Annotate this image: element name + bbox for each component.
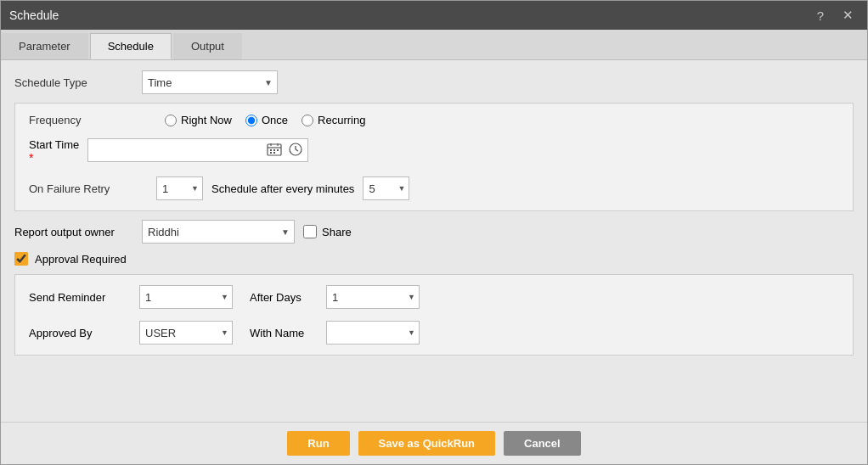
calendar-icon[interactable] <box>265 142 284 160</box>
start-time-input[interactable] <box>92 144 262 157</box>
after-days-select-wrapper: 1 2 3 5 7 10 <box>326 285 420 309</box>
retry-count-select-wrapper: 1 2 3 4 5 <box>156 176 203 200</box>
svg-rect-5 <box>273 149 275 151</box>
approval-section: Send Reminder 1 2 3 4 5 After Days 1 2 <box>14 274 854 356</box>
radio-right-now[interactable] <box>165 115 177 126</box>
frequency-radio-group: Right Now Once Recurring <box>165 114 365 126</box>
frequency-once[interactable]: Once <box>245 114 288 126</box>
tab-schedule[interactable]: Schedule <box>90 33 172 59</box>
frequency-right-now[interactable]: Right Now <box>165 114 232 126</box>
failure-retry-label: On Failure Retry <box>29 182 148 195</box>
approved-by-label: Approved By <box>29 327 131 339</box>
svg-rect-8 <box>273 152 275 154</box>
frequency-recurring[interactable]: Recurring <box>302 114 365 126</box>
reminder-select-wrapper: 1 2 3 4 5 <box>139 285 233 309</box>
tab-output[interactable]: Output <box>173 33 242 59</box>
minutes-select[interactable]: 5 1 2 3 10 15 30 <box>363 176 409 200</box>
schedule-type-label: Schedule Type <box>14 76 133 89</box>
schedule-dialog: Schedule ? ✕ Parameter Schedule Output S… <box>0 0 868 465</box>
with-name-label: With Name <box>250 327 318 339</box>
start-time-row: Start Time * <box>29 138 839 165</box>
with-name-select[interactable]: Admin Manager <box>326 321 420 345</box>
title-bar-controls: ? ✕ <box>812 6 859 25</box>
tab-bar: Parameter Schedule Output <box>1 30 867 60</box>
radio-once[interactable] <box>245 115 257 126</box>
title-bar: Schedule ? ✕ <box>1 1 867 30</box>
approval-required-checkbox[interactable] <box>14 252 28 266</box>
close-button[interactable]: ✕ <box>837 6 859 25</box>
approved-by-row: Approved By USER ROLE GROUP With Name Ad… <box>29 321 839 345</box>
save-quickrun-button[interactable]: Save as QuickRun <box>358 431 495 456</box>
schedule-type-select-wrapper: Time Event Cron <box>142 70 278 94</box>
share-label: Share <box>322 226 352 238</box>
svg-rect-4 <box>270 149 272 151</box>
datetime-input-wrapper <box>87 138 308 162</box>
cancel-button[interactable]: Cancel <box>504 431 581 456</box>
share-row: Share <box>303 225 352 238</box>
schedule-type-row: Schedule Type Time Event Cron <box>14 70 854 94</box>
frequency-row: Frequency Right Now Once Recurring <box>29 114 839 126</box>
minutes-select-wrapper: 5 1 2 3 10 15 30 <box>363 176 409 200</box>
schedule-section: Frequency Right Now Once Recurring <box>14 103 854 211</box>
dialog-title: Schedule <box>9 8 59 22</box>
approved-by-select-wrapper: USER ROLE GROUP <box>139 321 233 345</box>
frequency-label: Frequency <box>29 114 148 126</box>
approval-required-label: Approval Required <box>35 253 127 266</box>
start-time-label: Start Time <box>29 138 79 151</box>
footer: Run Save as QuickRun Cancel <box>1 422 867 464</box>
report-owner-select-wrapper: Riddhi Admin User1 <box>142 220 295 244</box>
radio-recurring[interactable] <box>302 115 313 126</box>
report-owner-row: Report output owner Riddhi Admin User1 S… <box>14 220 854 244</box>
run-button[interactable]: Run <box>287 431 349 456</box>
approved-by-select[interactable]: USER ROLE GROUP <box>139 321 233 345</box>
svg-rect-7 <box>270 152 272 154</box>
after-days-label: After Days <box>250 291 318 304</box>
report-owner-select[interactable]: Riddhi Admin User1 <box>142 220 295 244</box>
help-button[interactable]: ? <box>812 6 829 25</box>
failure-retry-row: On Failure Retry 1 2 3 4 5 Schedule afte… <box>29 176 839 200</box>
start-time-label-wrapper: Start Time * <box>29 138 79 165</box>
svg-rect-6 <box>277 149 279 151</box>
schedule-type-select[interactable]: Time Event Cron <box>142 70 278 94</box>
approval-required-row: Approval Required <box>14 252 854 266</box>
svg-line-11 <box>296 149 298 151</box>
schedule-every-label: Schedule after every minutes <box>211 182 354 195</box>
after-days-select[interactable]: 1 2 3 5 7 10 <box>326 285 420 309</box>
content-area: Schedule Type Time Event Cron Frequency … <box>1 60 867 422</box>
send-reminder-row: Send Reminder 1 2 3 4 5 After Days 1 2 <box>29 285 839 309</box>
tab-parameter[interactable]: Parameter <box>1 33 88 59</box>
clock-icon[interactable] <box>287 142 304 160</box>
send-reminder-label: Send Reminder <box>29 291 131 304</box>
reminder-select[interactable]: 1 2 3 4 5 <box>139 285 233 309</box>
with-name-select-wrapper: Admin Manager <box>326 321 420 345</box>
report-owner-label: Report output owner <box>14 226 133 238</box>
retry-count-select[interactable]: 1 2 3 4 5 <box>156 176 203 200</box>
required-star: * <box>29 151 79 165</box>
share-checkbox[interactable] <box>303 225 317 238</box>
